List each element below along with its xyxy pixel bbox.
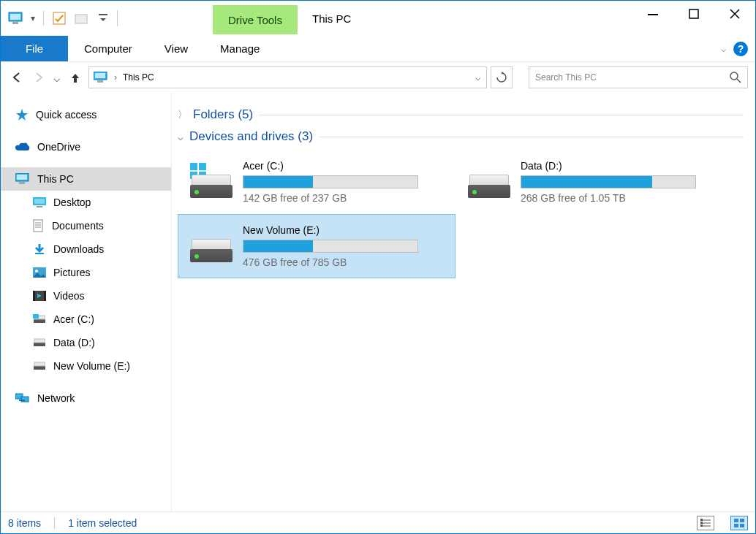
drive-tile[interactable]: Data (D:) 268 GB free of 1.05 TB — [456, 150, 733, 214]
separator — [43, 11, 44, 26]
group-drives-header[interactable]: ⌵ Devices and drives (3) — [178, 129, 744, 144]
sidebar-item-desktop[interactable]: Desktop — [1, 191, 171, 214]
qat-dropdown-icon[interactable]: ▾ — [29, 9, 37, 28]
videos-icon — [33, 291, 46, 301]
close-button[interactable] — [714, 1, 755, 27]
download-icon — [33, 243, 46, 256]
minimize-button[interactable] — [632, 1, 673, 27]
details-view-button[interactable] — [697, 516, 714, 530]
quick-access-toolbar: ▾ — [1, 1, 213, 36]
label: OneDrive — [37, 141, 80, 153]
drive-info: Acer (C:) 142 GB free of 237 GB — [243, 160, 447, 204]
capacity-bar — [521, 175, 696, 188]
svg-rect-32 — [33, 314, 39, 319]
address-dropdown-icon[interactable]: ⌵ — [475, 72, 486, 83]
search-input[interactable]: Search This PC — [529, 66, 748, 88]
drive-icon — [190, 229, 233, 264]
tab-view[interactable]: View — [148, 36, 204, 61]
forward-button[interactable] — [30, 69, 48, 86]
properties-icon[interactable] — [50, 9, 69, 28]
label: Documents — [52, 220, 104, 232]
explorer-window: ▾ Drive Tools This PC — [0, 0, 756, 534]
svg-rect-36 — [34, 362, 45, 366]
sidebar-item-documents[interactable]: Documents — [1, 214, 171, 237]
tab-manage[interactable]: Manage — [204, 36, 276, 61]
sidebar-item-onedrive[interactable]: OneDrive — [1, 135, 171, 159]
group-folders-header[interactable]: 〉 Folders (5) — [178, 107, 744, 122]
label: Downloads — [53, 243, 104, 255]
drive-icon — [33, 337, 46, 348]
svg-rect-18 — [37, 206, 42, 207]
svg-point-25 — [35, 270, 38, 272]
window-controls — [632, 1, 755, 36]
group-label: Devices and drives (3) — [189, 129, 313, 144]
drive-icon — [33, 361, 46, 371]
svg-rect-46 — [734, 519, 738, 522]
sidebar-item-drive-d[interactable]: Data (D:) — [1, 331, 171, 354]
svg-rect-47 — [740, 519, 744, 522]
svg-rect-14 — [17, 175, 27, 180]
customize-qat-icon[interactable] — [94, 9, 113, 28]
refresh-button[interactable] — [491, 66, 513, 88]
svg-rect-28 — [44, 291, 46, 301]
window-title: This PC — [298, 1, 632, 36]
pc-icon[interactable] — [7, 9, 26, 28]
svg-rect-5 — [99, 14, 107, 15]
pictures-icon — [33, 267, 46, 278]
sidebar-item-downloads[interactable]: Downloads — [1, 237, 171, 261]
address-bar[interactable]: › This PC ⌵ — [88, 66, 487, 88]
breadcrumb-location[interactable]: This PC — [123, 72, 154, 83]
svg-rect-27 — [33, 291, 35, 301]
network-icon — [15, 392, 30, 404]
svg-line-12 — [737, 79, 741, 83]
drive-tile[interactable]: Acer (C:) 142 GB free of 237 GB — [178, 150, 456, 214]
search-icon[interactable] — [730, 72, 741, 83]
nav-tree: Quick access OneDrive This PC Desktop — [1, 93, 172, 511]
ribbon-collapse-icon[interactable]: ⌵ — [721, 36, 729, 61]
svg-rect-49 — [740, 524, 744, 527]
drive-tile[interactable]: New Volume (E:) 476 GB free of 785 GB — [178, 214, 456, 278]
sidebar-item-network[interactable]: Network — [1, 386, 171, 410]
sidebar-item-quick-access[interactable]: Quick access — [1, 103, 171, 126]
status-selection: 1 item selected — [68, 517, 137, 529]
drive-free-text: 268 GB free of 1.05 TB — [521, 192, 725, 204]
recent-locations-button[interactable]: ⌵ — [52, 69, 62, 86]
breadcrumb-separator-icon[interactable]: › — [114, 72, 117, 83]
sidebar-item-drive-e[interactable]: New Volume (E:) — [1, 354, 171, 378]
nav-bar: ⌵ › This PC ⌵ Search This PC — [1, 62, 755, 93]
tab-computer[interactable]: Computer — [68, 36, 148, 61]
maximize-button[interactable] — [673, 1, 714, 27]
sidebar-item-drive-c[interactable]: Acer (C:) — [1, 308, 171, 331]
status-bar: 8 items 1 item selected — [1, 511, 755, 533]
label: Pictures — [53, 267, 91, 278]
label: Network — [37, 392, 75, 404]
drive-info: New Volume (E:) 476 GB free of 785 GB — [243, 224, 447, 268]
up-button[interactable] — [67, 69, 84, 86]
svg-rect-23 — [35, 253, 44, 254]
context-tab-group[interactable]: Drive Tools — [213, 5, 298, 34]
sidebar-item-pictures[interactable]: Pictures — [1, 261, 171, 284]
drive-name: New Volume (E:) — [243, 224, 447, 236]
svg-rect-15 — [19, 182, 25, 184]
back-button[interactable] — [8, 69, 26, 86]
drive-icon — [468, 164, 510, 199]
svg-rect-29 — [34, 319, 45, 323]
drive-name: Acer (C:) — [243, 160, 447, 172]
help-icon[interactable]: ? — [733, 42, 748, 56]
tiles-view-button[interactable] — [730, 516, 748, 530]
sidebar-item-this-pc[interactable]: This PC — [1, 167, 171, 191]
pc-icon — [94, 72, 108, 83]
drive-free-text: 476 GB free of 785 GB — [243, 256, 447, 268]
file-tab[interactable]: File — [1, 36, 68, 61]
drive-name: Data (D:) — [521, 160, 725, 172]
svg-rect-45 — [700, 525, 703, 527]
svg-rect-4 — [75, 15, 87, 23]
svg-rect-1 — [10, 14, 20, 20]
svg-rect-17 — [34, 199, 45, 204]
status-item-count: 8 items — [8, 517, 41, 529]
svg-rect-35 — [34, 366, 45, 370]
capacity-bar — [243, 175, 418, 188]
separator — [117, 10, 118, 26]
new-folder-icon[interactable] — [72, 9, 91, 28]
sidebar-item-videos[interactable]: Videos — [1, 284, 171, 308]
